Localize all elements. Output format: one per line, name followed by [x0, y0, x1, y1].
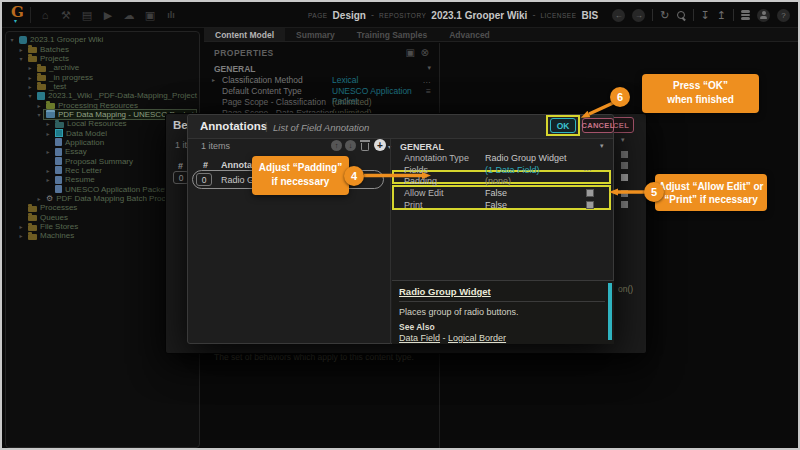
property-value[interactable]: Lexical — [332, 75, 358, 85]
batches-icon[interactable]: ▤ — [80, 9, 94, 22]
property-row-classification-method[interactable]: ▸Classification MethodLexical… — [204, 75, 439, 86]
back-icon[interactable]: ← — [612, 9, 625, 22]
doc-icon — [55, 176, 62, 184]
move-down-icon[interactable]: ↓ — [345, 140, 356, 151]
context-labels: PAGE Design - REPOSITORY 2023.1 Grooper … — [308, 2, 598, 28]
property-label: Print — [404, 200, 423, 210]
checkbox[interactable] — [621, 174, 628, 181]
toolbox-icon[interactable]: ▣ — [143, 9, 157, 22]
expand-arrow-icon[interactable]: ▾ — [17, 55, 25, 62]
scrollbar[interactable] — [608, 283, 612, 340]
chevron-down-icon[interactable]: ▾ — [600, 142, 604, 150]
dialog-property-row-print[interactable]: PrintFalse — [392, 200, 600, 212]
expand-arrow-icon[interactable]: ▸ — [44, 176, 52, 183]
expand-arrow-icon[interactable]: ▾ — [35, 111, 43, 118]
property-label: Fields — [404, 165, 428, 175]
forward-icon[interactable]: → — [632, 9, 645, 22]
logical-border-link[interactable]: Logical Border — [448, 333, 506, 343]
save-icon[interactable]: ▣ — [406, 47, 415, 58]
repository-label: REPOSITORY — [379, 12, 426, 19]
property-row-default-content-type[interactable]: Default Content TypeUNESCO Application P… — [204, 86, 439, 97]
property-action-icon[interactable]: … — [423, 75, 432, 85]
upload-icon[interactable]: ↥ — [717, 9, 726, 22]
property-row-page-scope-classification[interactable]: Page Scope - Classification(unlimited) — [204, 97, 439, 108]
cancel-button[interactable]: CANCEL — [582, 118, 614, 133]
expand-arrow-icon[interactable]: ▸ — [44, 130, 52, 137]
database-icon[interactable] — [741, 10, 750, 20]
content-icon — [46, 110, 55, 118]
tools-icon[interactable]: ⚒ — [59, 9, 73, 22]
expand-arrow-icon[interactable]: ▸ — [44, 148, 52, 155]
property-value[interactable]: False — [485, 188, 507, 198]
expand-arrow-icon[interactable]: ▸ — [26, 74, 34, 81]
property-value[interactable]: (none) — [485, 176, 511, 186]
add-icon[interactable]: + — [374, 139, 386, 151]
user-icon[interactable] — [757, 9, 770, 22]
expand-arrow-icon[interactable]: ▸ — [17, 46, 25, 53]
dialog-property-row-annotation-type[interactable]: Annotation TypeRadio Group Widget — [392, 153, 600, 165]
dialog-property-row-allow-edit[interactable]: Allow EditFalse — [392, 188, 600, 200]
see-also-label: See Also — [399, 322, 435, 332]
callout-6-line1: Press “OK” — [642, 79, 759, 93]
checkbox[interactable] — [621, 151, 628, 158]
expand-arrow-icon[interactable]: ▸ — [35, 102, 43, 109]
general-section-header[interactable]: GENERAL — [400, 142, 444, 152]
row-index-cell[interactable]: 0 — [196, 173, 212, 186]
tab-content-model[interactable]: Content Model — [204, 28, 285, 41]
search-icon[interactable] — [677, 11, 686, 20]
expand-arrow-icon[interactable]: ▸ — [44, 120, 52, 127]
expand-arrow-icon[interactable]: ▸ — [44, 167, 52, 174]
licensee-value: BIS — [582, 10, 599, 21]
chevron-down-icon[interactable]: ▾ — [621, 136, 625, 144]
tab-advanced[interactable]: Advanced — [438, 28, 501, 41]
home-icon[interactable]: ⌂ — [38, 9, 52, 21]
property-action-icon[interactable]: ≡ — [426, 86, 431, 96]
page-value[interactable]: Design — [333, 10, 366, 21]
help-icon[interactable]: ? — [777, 9, 790, 22]
ellipsis-icon[interactable]: … — [583, 163, 592, 173]
stats-icon[interactable]: ılı — [164, 10, 178, 20]
data-field-link[interactable]: Data Field — [399, 333, 440, 343]
expand-arrow-icon[interactable]: ▸ — [17, 232, 25, 239]
tab-summary[interactable]: Summary — [285, 28, 346, 41]
chevron-down-icon[interactable]: ▾ — [427, 64, 431, 72]
expand-arrow-icon[interactable]: ▸ — [26, 83, 34, 90]
refresh-icon[interactable]: ↻ — [660, 9, 669, 22]
toolbar-icons: ⌂⚒▤▶☁▣ılı — [38, 2, 178, 28]
expand-arrow-icon[interactable]: ▸ — [212, 76, 215, 83]
ok-button[interactable]: OK — [550, 118, 576, 133]
repository-value[interactable]: 2023.1 Grooper Wiki — [431, 10, 527, 21]
property-value[interactable]: False — [485, 200, 507, 210]
checkbox[interactable] — [621, 201, 628, 208]
download-icon[interactable]: ↧ — [701, 9, 710, 22]
tab-training-samples[interactable]: Training Samples — [346, 28, 438, 41]
page-label: PAGE — [308, 12, 328, 19]
property-value[interactable]: Radio Group Widget — [485, 153, 567, 163]
help-title: Radio Group Widget — [399, 286, 491, 297]
move-up-icon[interactable]: ↑ — [331, 140, 342, 151]
checkbox[interactable] — [586, 189, 594, 197]
divider — [390, 139, 391, 344]
column-header-index: # — [203, 160, 208, 170]
divider — [733, 9, 734, 21]
delete-icon[interactable] — [361, 143, 369, 151]
expand-arrow-icon[interactable]: ▾ — [26, 92, 34, 99]
expand-arrow-icon[interactable]: ▸ — [35, 195, 43, 202]
dialog-property-row-padding[interactable]: Padding(none) — [392, 176, 600, 188]
doc-icon — [55, 166, 62, 174]
items-count: 1 items — [201, 141, 230, 151]
dialog-property-row-fields[interactable]: Fields(1 Data Field)… — [392, 165, 600, 177]
checkbox[interactable] — [621, 162, 628, 169]
expand-arrow-icon[interactable]: ▸ — [26, 64, 34, 71]
property-value[interactable]: (unlimited) — [332, 97, 372, 107]
expand-arrow-icon[interactable]: ▾ — [8, 36, 16, 43]
publish-icon[interactable]: ▶ — [101, 9, 115, 22]
cloud-icon[interactable]: ☁ — [122, 9, 136, 22]
general-section-header[interactable]: GENERAL — [214, 64, 256, 74]
property-value[interactable]: (1 Data Field) — [485, 165, 540, 175]
close-icon[interactable]: ⊗ — [421, 47, 429, 58]
checkbox[interactable] — [586, 201, 594, 209]
checkbox[interactable] — [621, 190, 628, 197]
expand-arrow-icon[interactable]: ▸ — [17, 223, 25, 230]
grooper-logo[interactable]: G — [11, 3, 24, 21]
